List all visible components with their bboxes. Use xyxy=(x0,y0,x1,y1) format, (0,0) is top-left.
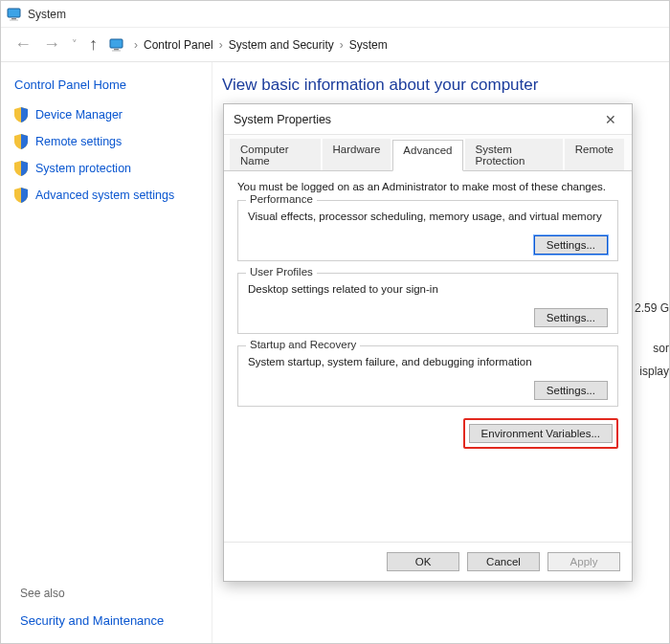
tab-system-protection[interactable]: System Protection xyxy=(465,139,563,170)
sidebar-item-label: System protection xyxy=(35,162,131,175)
window-title: System xyxy=(28,8,66,21)
shield-icon xyxy=(14,134,28,149)
performance-settings-button[interactable]: Settings... xyxy=(534,235,608,255)
tab-computer-name[interactable]: Computer Name xyxy=(230,139,321,170)
group-legend: Performance xyxy=(246,193,317,205)
sidebar-item-label: Advanced system settings xyxy=(35,189,174,202)
chevron-right-icon[interactable]: › xyxy=(134,38,138,52)
shield-icon xyxy=(14,161,28,176)
breadcrumb[interactable]: › Control Panel › System and Security › … xyxy=(109,37,388,53)
info-fragment: sor xyxy=(653,342,669,355)
tab-advanced[interactable]: Advanced xyxy=(392,140,462,171)
shield-icon xyxy=(14,188,28,203)
dialog-tabs: Computer Name Hardware Advanced System P… xyxy=(224,135,632,171)
see-also-label: See also xyxy=(20,587,198,600)
svg-rect-1 xyxy=(11,18,16,20)
nav-toolbar: ← → ˅ ↑ › Control Panel › System and Sec… xyxy=(1,28,669,62)
user-profiles-group: User Profiles Desktop settings related t… xyxy=(237,273,618,334)
breadcrumb-node[interactable]: Control Panel xyxy=(144,38,213,52)
partial-info: 2.59 G sor isplay xyxy=(635,301,669,378)
sidebar-item-label: Remote settings xyxy=(35,135,122,148)
nav-up-icon[interactable]: ↑ xyxy=(83,34,103,55)
group-description: Desktop settings related to your sign-in xyxy=(248,283,608,295)
dialog-body: You must be logged on as an Administrato… xyxy=(224,171,632,542)
close-button[interactable]: ✕ xyxy=(599,110,622,129)
system-properties-dialog: System Properties ✕ Computer Name Hardwa… xyxy=(223,103,633,582)
window-titlebar: System xyxy=(1,1,669,28)
nav-forward-icon: → xyxy=(37,34,66,55)
chevron-right-icon[interactable]: › xyxy=(340,38,344,52)
user-profiles-settings-button[interactable]: Settings... xyxy=(534,308,608,327)
close-icon: ✕ xyxy=(605,112,616,127)
breadcrumb-icon xyxy=(109,37,124,53)
tab-remote[interactable]: Remote xyxy=(565,139,624,170)
apply-button[interactable]: Apply xyxy=(547,552,620,571)
group-description: Visual effects, processor scheduling, me… xyxy=(248,211,608,222)
breadcrumb-node[interactable]: System and Security xyxy=(229,38,334,52)
svg-rect-2 xyxy=(10,19,18,20)
dialog-title: System Properties xyxy=(234,113,331,126)
cancel-button[interactable]: Cancel xyxy=(467,552,540,571)
shield-icon xyxy=(14,107,28,122)
sidebar-item-label: Device Manager xyxy=(35,108,123,122)
startup-recovery-settings-button[interactable]: Settings... xyxy=(534,381,608,400)
performance-group: Performance Visual effects, processor sc… xyxy=(237,200,618,261)
environment-variables-button[interactable]: Environment Variables... xyxy=(469,424,613,443)
control-panel-home-link[interactable]: Control Panel Home xyxy=(14,78,198,92)
svg-rect-4 xyxy=(114,49,119,51)
sidebar-item-device-manager[interactable]: Device Manager xyxy=(14,107,198,122)
page-heading: View basic information about your comput… xyxy=(222,76,659,95)
ok-button[interactable]: OK xyxy=(387,552,459,571)
info-fragment: isplay xyxy=(639,365,669,378)
highlight-box: Environment Variables... xyxy=(463,418,618,449)
group-legend: Startup and Recovery xyxy=(246,339,360,350)
sidebar-item-advanced-system-settings[interactable]: Advanced system settings xyxy=(14,188,198,203)
chevron-right-icon[interactable]: › xyxy=(219,38,223,52)
breadcrumb-node[interactable]: System xyxy=(349,38,388,52)
group-legend: User Profiles xyxy=(246,266,317,278)
nav-recent-icon[interactable]: ˅ xyxy=(66,38,83,51)
sidebar-item-system-protection[interactable]: System protection xyxy=(14,161,198,176)
info-fragment: 2.59 G xyxy=(635,301,669,315)
sidebar-item-remote-settings[interactable]: Remote settings xyxy=(14,134,198,149)
security-and-maintenance-link[interactable]: Security and Maintenance xyxy=(20,613,198,628)
system-icon xyxy=(7,7,22,22)
svg-rect-3 xyxy=(110,39,123,48)
startup-recovery-group: Startup and Recovery System startup, sys… xyxy=(237,345,618,407)
dialog-titlebar: System Properties ✕ xyxy=(224,104,632,135)
nav-back-icon[interactable]: ← xyxy=(9,34,37,55)
see-also-section: See also Security and Maintenance xyxy=(20,280,198,628)
svg-rect-0 xyxy=(8,9,20,17)
sidebar: Control Panel Home Device Manager Remote… xyxy=(1,62,212,643)
group-description: System startup, system failure, and debu… xyxy=(248,356,608,367)
tab-hardware[interactable]: Hardware xyxy=(323,139,391,170)
svg-rect-5 xyxy=(112,50,121,51)
dialog-footer: OK Cancel Apply xyxy=(224,542,632,581)
admin-note: You must be logged on as an Administrato… xyxy=(237,181,618,192)
